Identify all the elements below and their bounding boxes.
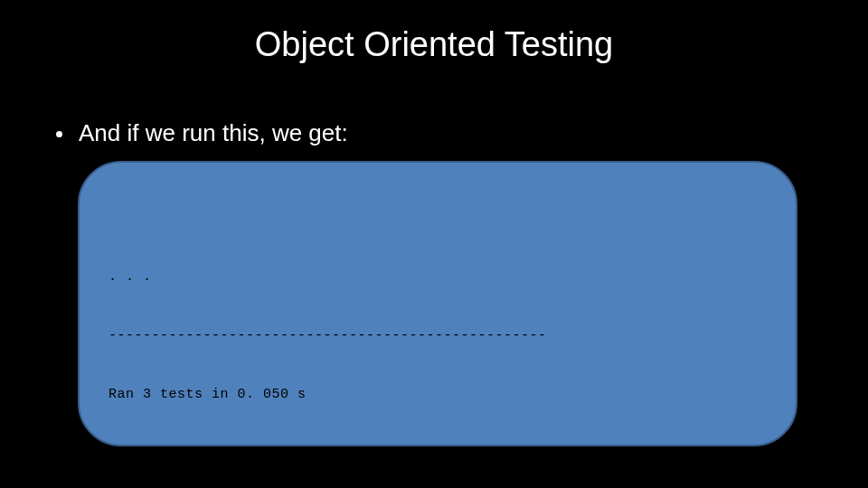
bullet-dot-icon — [56, 131, 62, 137]
terminal-output: . . . ----------------------------------… — [108, 228, 767, 488]
output-ran: Ran 3 tests in 0. 050 s — [108, 385, 767, 405]
output-separator: ----------------------------------------… — [108, 326, 767, 346]
bullet-text: And if we run this, we get: — [79, 119, 348, 147]
slide-title: Object Oriented Testing — [0, 25, 868, 64]
bullet-item: And if we run this, we get: — [56, 119, 348, 147]
slide: Object Oriented Testing And if we run th… — [0, 0, 868, 488]
output-panel: . . . ----------------------------------… — [78, 161, 797, 446]
output-blank — [108, 444, 767, 464]
output-dots: . . . — [108, 267, 767, 287]
